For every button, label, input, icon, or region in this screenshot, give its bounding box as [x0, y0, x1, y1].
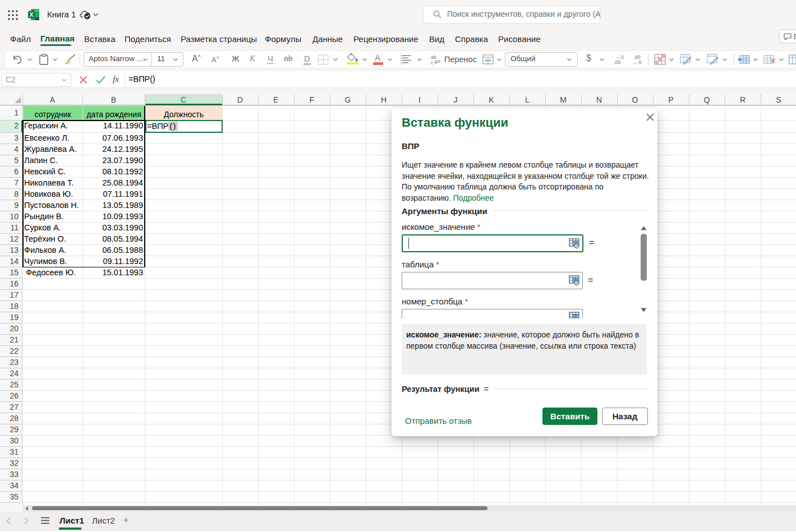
svg-text:→,0: →,0: [632, 59, 642, 65]
svg-text:X: X: [30, 12, 34, 18]
svg-text:c: c: [431, 60, 434, 65]
svg-text:,00: ,00: [614, 59, 621, 65]
svg-text:ab: ab: [431, 54, 436, 60]
